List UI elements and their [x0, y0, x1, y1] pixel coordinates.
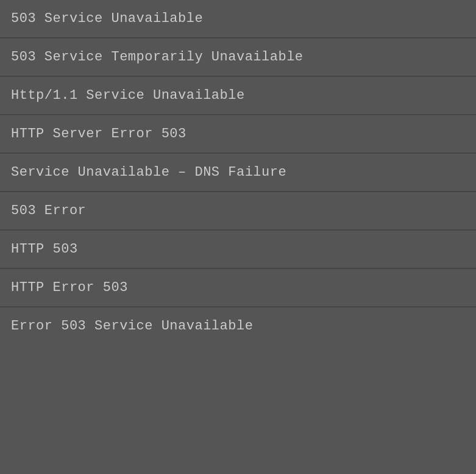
list-item[interactable]: 503 Error	[0, 192, 476, 231]
list-item-label: Http/1.1 Service Unavailable	[11, 88, 245, 103]
list-item[interactable]: Service Unavailable – DNS Failure	[0, 154, 476, 192]
list-item-label: 503 Error	[11, 203, 86, 218]
list-item-label: HTTP Error 503	[11, 280, 128, 295]
list-item[interactable]: HTTP 503	[0, 231, 476, 269]
list-item[interactable]: Error 503 Service Unavailable	[0, 307, 476, 345]
error-list: 503 Service Unavailable503 Service Tempo…	[0, 0, 476, 345]
list-item[interactable]: HTTP Server Error 503	[0, 115, 476, 154]
list-item-label: Service Unavailable – DNS Failure	[11, 165, 286, 180]
list-item-label: 503 Service Temporarily Unavailable	[11, 49, 304, 65]
list-item[interactable]: 503 Service Temporarily Unavailable	[0, 38, 476, 77]
list-item[interactable]: HTTP Error 503	[0, 269, 476, 307]
list-item-label: HTTP Server Error 503	[11, 126, 186, 142]
list-item[interactable]: 503 Service Unavailable	[0, 0, 476, 38]
list-item-label: Error 503 Service Unavailable	[11, 318, 253, 334]
list-item-label: 503 Service Unavailable	[11, 11, 203, 26]
list-item[interactable]: Http/1.1 Service Unavailable	[0, 77, 476, 115]
list-item-label: HTTP 503	[11, 242, 78, 257]
